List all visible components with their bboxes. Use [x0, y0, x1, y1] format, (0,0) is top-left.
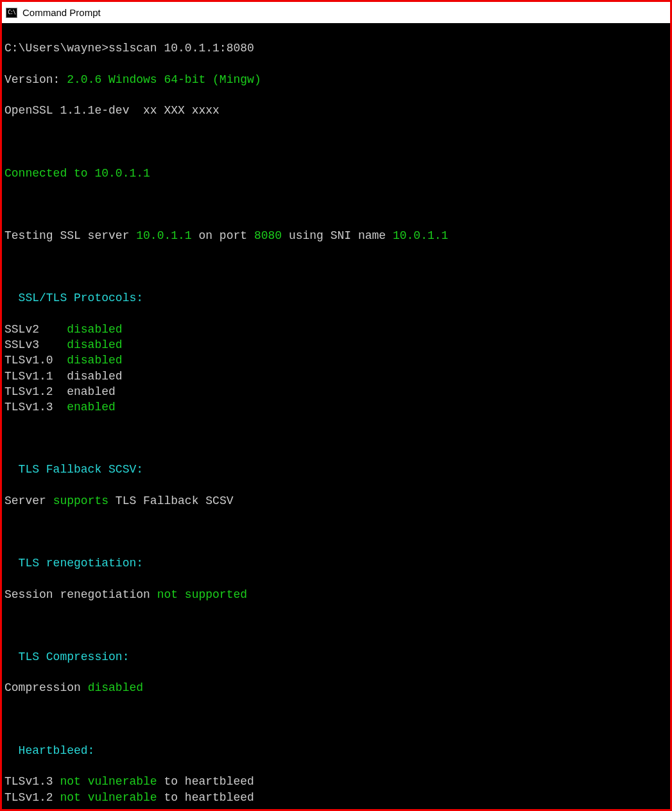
protocol-status: disabled	[67, 323, 122, 336]
heartbleed-header: Heartbleed:	[4, 743, 668, 758]
title-bar[interactable]: C:\ Command Prompt	[2, 2, 670, 24]
hb-suffix: to heartbleed	[157, 791, 254, 804]
compression-header: TLS Compression:	[4, 649, 668, 665]
protocol-row: TLSv1.2 enabled	[4, 384, 668, 399]
fallback-header: TLS Fallback SCSV:	[4, 462, 668, 477]
protocol-row: TLSv1.3 enabled	[4, 399, 668, 415]
window-title: Command Prompt	[22, 7, 101, 18]
hb-status: not vulnerable	[60, 791, 157, 804]
version-label: Version:	[4, 73, 60, 86]
connected-ip: 10.0.1.1	[94, 167, 150, 180]
fallback-b: supports	[53, 494, 108, 507]
prompt-cmd: sslscan 10.0.1.1:8080	[108, 42, 254, 55]
terminal-output[interactable]: C:\Users\wayne>sslscan 10.0.1.1:8080 Ver…	[2, 24, 670, 809]
reneg-header: TLS renegotiation:	[4, 555, 668, 571]
protocol-name: SSLv3	[4, 338, 67, 351]
version-value: 2.0.6 Windows 64-bit (Mingw)	[67, 73, 261, 86]
protocol-row: SSLv2 disabled	[4, 322, 668, 337]
protocol-name: TLSv1.3	[4, 401, 67, 414]
protocol-status: disabled	[67, 354, 122, 367]
protocol-name: SSLv2	[4, 323, 67, 336]
openssl-line: OpenSSL 1.1.1e-dev xx XXX xxxx	[4, 103, 668, 118]
hb-status: not vulnerable	[60, 775, 157, 788]
heartbleed-row: TLSv1.2 not vulnerable to heartbleed	[4, 790, 668, 805]
protocol-status: disabled	[67, 338, 122, 351]
protocol-name: TLSv1.0	[4, 354, 67, 367]
protocol-status: disabled	[67, 370, 122, 383]
protocol-name: TLSv1.1	[4, 370, 67, 383]
protocol-row: TLSv1.0 disabled	[4, 353, 668, 368]
testing-port: 8080	[254, 229, 282, 242]
fallback-c: TLS Fallback SCSV	[108, 494, 233, 507]
hb-suffix: to heartbleed	[157, 775, 254, 788]
connected-label: Connected to	[4, 167, 94, 180]
heartbleed-row: TLSv1.3 not vulnerable to heartbleed	[4, 774, 668, 789]
protocol-status: enabled	[67, 385, 116, 398]
protocol-name: TLSv1.2	[4, 385, 67, 398]
hb-tls: TLSv1.3	[4, 775, 60, 788]
protocols-header: SSL/TLS Protocols:	[4, 290, 668, 306]
testing-sni: 10.0.1.1	[393, 229, 448, 242]
cmd-icon: C:\	[6, 8, 17, 18]
protocol-row: SSLv3 disabled	[4, 337, 668, 353]
reneg-a: Session renegotiation	[4, 588, 157, 601]
protocol-status: enabled	[67, 401, 116, 414]
testing-c: using SNI name	[282, 229, 393, 242]
fallback-a: Server	[4, 494, 53, 507]
prompt-path: C:\Users\wayne>	[4, 42, 108, 55]
reneg-b: not supported	[157, 588, 247, 601]
testing-b: on port	[192, 229, 254, 242]
testing-ip: 10.0.1.1	[136, 229, 191, 242]
hb-tls: TLSv1.2	[4, 791, 60, 804]
testing-a: Testing SSL server	[4, 229, 136, 242]
comp-b: disabled	[88, 681, 143, 694]
comp-a: Compression	[4, 681, 88, 694]
protocol-row: TLSv1.1 disabled	[4, 369, 668, 384]
